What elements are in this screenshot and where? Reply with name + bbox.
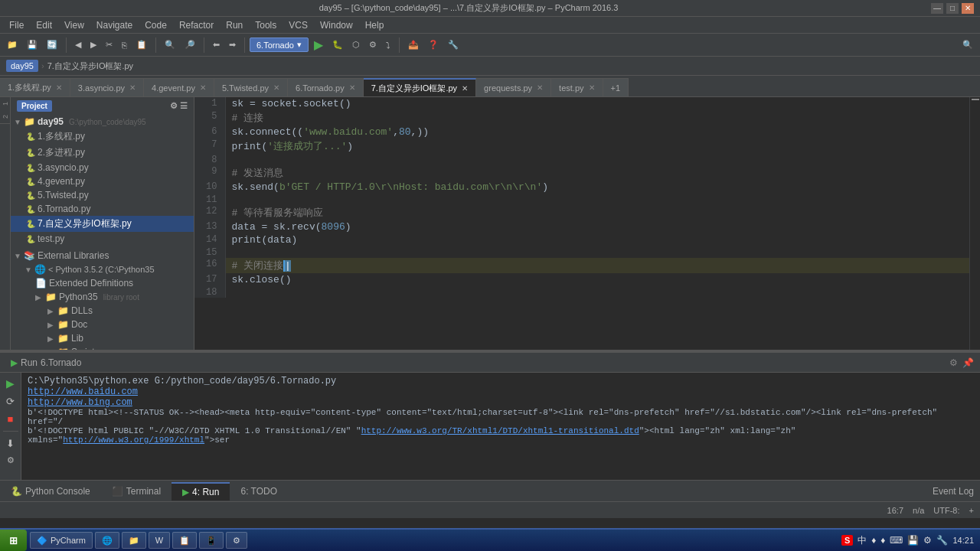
close-tab-twisted[interactable]: ✕ — [273, 83, 279, 92]
tree-file-3[interactable]: 🐍 3.asyncio.py — [11, 161, 194, 174]
run-config-dropdown[interactable]: 6.Tornado ▾ — [250, 37, 309, 52]
forward-button[interactable]: ▶ — [87, 37, 100, 54]
line-code-12[interactable]: # 等待看服务端响应 — [225, 205, 969, 220]
vcs-button[interactable]: 📤 — [404, 37, 423, 54]
tray-icon-1[interactable]: ♦ — [871, 535, 876, 546]
settings-run-button[interactable]: ⚙ — [5, 454, 16, 467]
debug-button[interactable]: 🐛 — [328, 37, 347, 54]
taskbar-explorer[interactable]: 📁 — [122, 532, 146, 549]
line-code-15[interactable] — [225, 246, 969, 258]
line-code-1[interactable]: sk = socket.socket() — [225, 97, 969, 110]
open-project-button[interactable]: 📁 — [3, 37, 21, 54]
breadcrumb-file[interactable]: 7.自定义异步IO框架.py — [47, 60, 133, 72]
menu-code[interactable]: Code — [139, 18, 173, 32]
rerun-button[interactable]: ⟳ — [5, 394, 16, 409]
tray-icon-3[interactable]: 💾 — [907, 535, 919, 546]
sync-button[interactable]: 🔄 — [43, 37, 61, 54]
maximize-button[interactable]: □ — [946, 3, 959, 14]
run-link1[interactable]: http://www.baidu.com — [28, 386, 138, 397]
line-code-6[interactable]: sk.connect(('www.baidu.com',80,)) — [225, 126, 969, 139]
close-tab-tornado[interactable]: ✕ — [349, 83, 355, 92]
taskbar-other1[interactable]: 📋 — [172, 532, 197, 549]
menu-edit[interactable]: Edit — [30, 18, 58, 32]
tree-lib[interactable]: ▶ 📁 Lib — [11, 331, 194, 345]
sgn-icon[interactable]: S — [841, 535, 853, 546]
taskbar-other2[interactable]: 📱 — [199, 532, 224, 549]
coverage-button[interactable]: ⬡ — [348, 37, 364, 54]
tab-gevent[interactable]: 4.gevent.py ✕ — [144, 78, 214, 96]
menu-navigate[interactable]: Navigate — [90, 18, 139, 32]
tree-scripts[interactable]: ▶ 📁 Scripts — [11, 345, 194, 350]
tray-icon-4[interactable]: ⚙ — [923, 535, 932, 546]
minimize-button[interactable]: — — [931, 3, 943, 14]
line-code-8[interactable] — [225, 154, 969, 165]
tab-custom-async[interactable]: 7.自定义异步IO框架.py ✕ — [364, 78, 476, 96]
bottom-tab-run[interactable]: ▶ Run 6.Tornado — [0, 354, 92, 371]
run-button[interactable]: ▶ — [310, 37, 327, 54]
menu-vcs[interactable]: VCS — [283, 18, 314, 32]
tab-multithread[interactable]: 1.多线程.py ✕ — [0, 78, 70, 96]
run-link2[interactable]: http://www.bing.com — [28, 397, 132, 408]
nav-prev-button[interactable]: ⬅ — [209, 37, 224, 54]
taskbar-word[interactable]: W — [149, 532, 170, 549]
tree-file-6[interactable]: 🐍 6.Tornado.py — [11, 202, 194, 216]
stop-button[interactable]: ■ — [6, 412, 15, 426]
sidebar-tab-structure[interactable]: 2 — [0, 110, 10, 124]
menu-view[interactable]: View — [58, 18, 90, 32]
close-tab-grequests[interactable]: ✕ — [537, 83, 543, 92]
menu-tools[interactable]: Tools — [249, 18, 283, 32]
line-code-7[interactable]: print('连接成功了...') — [225, 139, 969, 154]
tree-external-libs[interactable]: ▼ 📚 External Libraries — [11, 249, 194, 262]
event-log-button[interactable]: Event Log — [933, 486, 980, 497]
tree-dlls[interactable]: ▶ 📁 DLLs — [11, 304, 194, 318]
tree-file-1[interactable]: 🐍 1.多线程.py — [11, 129, 194, 145]
line-code-10[interactable]: sk.send(b'GET / HTTP/1.0\r\nHost: baidu.… — [225, 181, 969, 194]
run-xmlns-link[interactable]: http://www.w3.org/1999/xhtml — [63, 435, 204, 445]
tab-asyncio[interactable]: 3.asyncio.py ✕ — [70, 78, 144, 96]
ime-icon[interactable]: 中 — [858, 534, 867, 547]
close-button[interactable]: ✕ — [962, 3, 974, 14]
line-code-16[interactable]: # 关闭连接| — [225, 258, 969, 273]
close-tab-gevent[interactable]: ✕ — [200, 83, 206, 92]
line-code-14[interactable]: print(data) — [225, 233, 969, 246]
line-code-13[interactable]: data = sk.recv(8096) — [225, 220, 969, 233]
help-button[interactable]: ❓ — [424, 37, 443, 54]
tray-icon-2[interactable]: ♦ — [880, 535, 885, 546]
tab-python-console[interactable]: 🐍 Python Console — [0, 483, 101, 500]
menu-file[interactable]: File — [3, 18, 30, 32]
tab-test[interactable]: test.py ✕ — [551, 78, 603, 96]
close-tab-asyncio[interactable]: ✕ — [129, 83, 136, 92]
tree-python35[interactable]: ▶ 📁 Python35 library root — [11, 290, 194, 304]
tab-grequests[interactable]: grequests.py ✕ — [476, 78, 551, 96]
back-button[interactable]: ◀ — [71, 37, 85, 54]
tab-6-todo[interactable]: 6: TODO — [230, 483, 288, 500]
settings-icon[interactable]: ⚙ — [949, 357, 958, 368]
cut-button[interactable]: ✂ — [102, 37, 116, 54]
nav-next-button[interactable]: ➡ — [225, 37, 240, 54]
menu-help[interactable]: Help — [359, 18, 390, 32]
breadcrumb-root[interactable]: day95 — [6, 60, 38, 72]
find-button[interactable]: 🔎 — [181, 37, 199, 54]
tree-file-5[interactable]: 🐍 5.Twisted.py — [11, 188, 194, 202]
close-tab-custom-async[interactable]: ✕ — [462, 84, 468, 93]
menu-window[interactable]: Window — [314, 18, 359, 32]
copy-button[interactable]: ⎘ — [118, 37, 131, 54]
tree-item-day95[interactable]: ▼ 📁 day95 G:\python_code\day95 — [11, 115, 194, 129]
scroll-to-end-button[interactable]: ⬇ — [5, 436, 16, 451]
tree-file-4[interactable]: 🐍 4.gevent.py — [11, 174, 194, 188]
tab-tornado[interactable]: 6.Tornado.py ✕ — [288, 78, 364, 96]
tree-extended-defs[interactable]: 📄 Extended Definitions — [11, 276, 194, 290]
pin-icon[interactable]: 📌 — [962, 357, 974, 368]
tree-doc[interactable]: ▶ 📁 Doc — [11, 318, 194, 331]
taskbar-pycharm[interactable]: 🔷 PyCharm — [30, 532, 93, 549]
tab-terminal[interactable]: ⬛ Terminal — [101, 483, 172, 500]
build-button[interactable]: ⚙ — [365, 37, 381, 54]
menu-run[interactable]: Run — [220, 18, 249, 32]
tab-twisted[interactable]: 5.Twisted.py ✕ — [214, 78, 288, 96]
tab-4-run[interactable]: ▶ 4: Run — [172, 482, 230, 500]
line-code-18[interactable] — [225, 286, 969, 298]
sdk-button[interactable]: 🔧 — [444, 37, 462, 54]
code-area[interactable]: 1 sk = socket.socket() 5 # 连接 6 sk.conne… — [194, 97, 969, 350]
start-button[interactable]: ⊞ — [0, 530, 27, 551]
line-code-17[interactable]: sk.close() — [225, 273, 969, 286]
